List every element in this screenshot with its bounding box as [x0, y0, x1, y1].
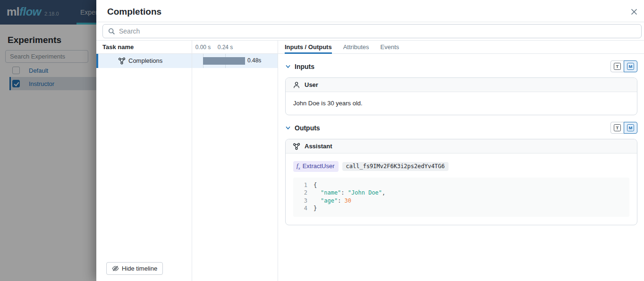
code-line: 4 } — [293, 204, 629, 213]
duration-label: 0.48s — [247, 57, 261, 64]
call-id-chip: call_fs9IMv2F6K3i2ps2edYv4TG6 — [342, 162, 449, 171]
assistant-card-header: Assistant — [286, 139, 637, 153]
outputs-view-toggle: T M — [610, 122, 637, 134]
function-icon: fx — [297, 162, 300, 170]
close-icon — [631, 9, 637, 15]
line-number: 3 — [293, 197, 307, 205]
function-name: ExtractUser — [303, 162, 335, 170]
user-icon — [293, 81, 300, 89]
assistant-message-card: Assistant fx ExtractUser call_fs9IMv2F6K… — [285, 139, 637, 225]
text-view-button[interactable]: T — [610, 122, 624, 134]
tab-attributes[interactable]: Attributes — [343, 41, 369, 53]
screen: mlflow 2.18.0 Experiments Experiments De… — [0, 0, 644, 281]
markdown-view-button[interactable]: M — [624, 122, 637, 134]
close-button[interactable] — [629, 7, 639, 17]
text-view-button[interactable]: T — [610, 60, 624, 72]
function-name-chip: fx ExtractUser — [293, 161, 339, 172]
markdown-view-button[interactable]: M — [624, 60, 637, 72]
user-message-card: User John Doe is 30 years old. — [285, 77, 637, 115]
function-arguments-code: 1 { 2 "name": "John Doe", 3 "age": 30 — [293, 178, 629, 217]
modal-header: Completions — [96, 0, 644, 22]
modal-body: Task name 0.00 s 0.24 s — [96, 41, 644, 281]
modal-title: Completions — [107, 7, 161, 17]
line-number: 4 — [293, 204, 307, 213]
agent-node-icon — [118, 57, 126, 65]
inputs-view-toggle: T M — [610, 60, 637, 72]
details-content: Inputs T M — [278, 54, 644, 281]
line-number: 1 — [293, 181, 307, 189]
timeline-tick: 0.00 s — [195, 44, 211, 51]
search-box[interactable] — [102, 24, 642, 38]
code-line: 1 { — [293, 181, 629, 189]
function-call-row: fx ExtractUser call_fs9IMv2F6K3i2ps2edYv… — [293, 161, 629, 172]
assistant-role-label: Assistant — [305, 143, 332, 150]
timeline-header: Task name 0.00 s 0.24 s — [96, 41, 278, 54]
inputs-collapse-toggle[interactable]: Inputs — [285, 63, 314, 70]
chevron-down-icon — [285, 125, 291, 131]
user-message-text: John Doe is 30 years old. — [286, 92, 637, 115]
outputs-section-label: Outputs — [295, 124, 320, 132]
details-tabs: Inputs / Outputs Attributes Events — [278, 41, 644, 54]
search-input[interactable] — [119, 27, 641, 35]
timeline-tick: 0.24 s — [218, 44, 233, 51]
duration-bar — [203, 57, 245, 65]
line-number: 2 — [293, 189, 307, 197]
tab-events[interactable]: Events — [381, 41, 399, 53]
selected-row-accent — [96, 54, 98, 68]
modal-search-row — [96, 22, 644, 41]
timeline-panel: Task name 0.00 s 0.24 s — [96, 41, 278, 281]
user-card-header: User — [286, 78, 637, 92]
text-view-icon: T — [614, 124, 621, 131]
tab-inputs-outputs[interactable]: Inputs / Outputs — [285, 41, 332, 53]
markdown-view-icon: M — [627, 63, 634, 70]
hide-timeline-label: Hide timeline — [122, 265, 157, 272]
eye-off-icon — [112, 265, 119, 272]
details-panel: Inputs / Outputs Attributes Events — [278, 41, 644, 281]
inputs-section-header: Inputs T M — [285, 60, 637, 72]
user-role-label: User — [305, 81, 318, 88]
agent-node-icon — [293, 143, 300, 150]
column-separator — [192, 41, 192, 281]
assistant-message-body: fx ExtractUser call_fs9IMv2F6K3i2ps2edYv… — [286, 153, 637, 225]
task-name-column-header: Task name — [102, 43, 134, 51]
inputs-section-label: Inputs — [295, 63, 314, 70]
task-row-label: Completions — [128, 57, 162, 64]
hide-timeline-button[interactable]: Hide timeline — [106, 262, 163, 275]
outputs-collapse-toggle[interactable]: Outputs — [285, 124, 320, 132]
markdown-view-icon: M — [627, 124, 634, 131]
text-view-icon: T — [614, 63, 621, 70]
task-row-completions[interactable]: Completions 0.48s — [96, 54, 278, 68]
chevron-down-icon — [285, 64, 291, 69]
outputs-section-header: Outputs T M — [285, 122, 637, 134]
code-line: 3 "age": 30 — [293, 197, 629, 205]
trace-detail-modal: Completions — [96, 0, 644, 281]
code-line: 2 "name": "John Doe", — [293, 189, 629, 197]
search-icon — [108, 28, 115, 35]
